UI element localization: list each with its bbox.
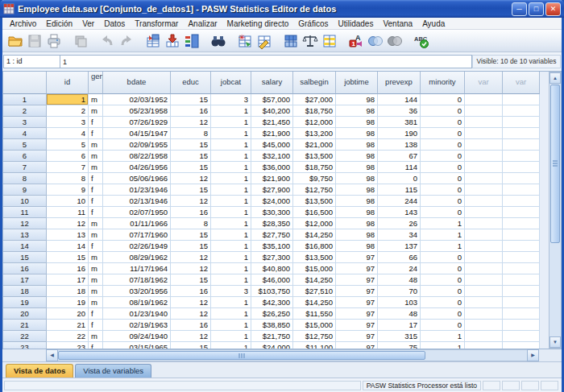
cell-salbegin[interactable]: $18,750 — [293, 105, 336, 117]
cell-salbegin[interactable]: $16,800 — [293, 241, 336, 252]
cell-minority[interactable]: 1 — [421, 342, 465, 349]
cell-salbegin[interactable]: $18,750 — [293, 162, 336, 173]
cell-minority[interactable]: 0 — [421, 196, 465, 207]
cell-minority[interactable]: 0 — [421, 297, 465, 308]
maximize-button[interactable]: □ — [529, 2, 544, 16]
cell-bdate[interactable]: 04/15/1947 — [103, 128, 171, 139]
column-header-prevexp[interactable]: prevexp — [378, 72, 421, 94]
cell-var2[interactable] — [503, 173, 540, 184]
cell-bdate[interactable]: 01/23/1946 — [103, 184, 171, 196]
row-header[interactable]: 8 — [3, 173, 47, 184]
cell-jobtime[interactable]: 97 — [336, 308, 378, 320]
close-button[interactable]: ✕ — [545, 2, 561, 16]
cell-educ[interactable]: 12 — [171, 308, 211, 320]
cell-var1[interactable] — [465, 241, 503, 252]
undo-icon[interactable] — [97, 31, 117, 51]
row-header[interactable]: 6 — [3, 151, 47, 162]
cell-var2[interactable] — [503, 286, 540, 297]
cell-gender[interactable]: m — [89, 274, 103, 286]
cell-prevexp[interactable]: 143 — [378, 207, 421, 218]
cell-educ[interactable]: 12 — [171, 252, 211, 263]
cell-id[interactable]: 6 — [47, 151, 89, 162]
cell-salbegin[interactable]: $11,100 — [293, 342, 336, 349]
cell-gender[interactable]: m — [89, 94, 103, 105]
cell-salary[interactable]: $27,900 — [251, 184, 293, 196]
goto-case-icon[interactable] — [143, 31, 163, 51]
cell-jobcat[interactable]: 1 — [211, 308, 251, 320]
row-header[interactable]: 9 — [3, 184, 47, 196]
cell-salary[interactable]: $57,000 — [251, 94, 293, 105]
column-header-id[interactable]: id — [47, 72, 89, 94]
use-variable-sets-icon[interactable] — [366, 31, 385, 51]
cell-var1[interactable] — [465, 94, 503, 105]
cell-prevexp[interactable]: 190 — [378, 128, 421, 139]
cell-jobcat[interactable]: 1 — [211, 117, 251, 128]
row-header[interactable]: 18 — [3, 286, 47, 297]
cell-minority[interactable]: 1 — [421, 241, 465, 252]
menu-ventana[interactable]: Ventana — [378, 19, 417, 28]
spell-check-icon[interactable]: ABC — [412, 31, 431, 51]
cell-prevexp[interactable]: 315 — [378, 331, 421, 342]
cell-educ[interactable]: 12 — [171, 117, 211, 128]
cell-salary[interactable]: $40,800 — [251, 263, 293, 274]
row-header[interactable]: 21 — [3, 320, 47, 331]
cell-var1[interactable] — [465, 274, 503, 286]
cell-var2[interactable] — [503, 94, 540, 105]
cell-salary[interactable]: $21,900 — [251, 128, 293, 139]
weight-cases-icon[interactable] — [301, 31, 320, 51]
cell-jobtime[interactable]: 98 — [336, 173, 378, 184]
cell-jobtime[interactable]: 98 — [336, 105, 378, 117]
cell-salbegin[interactable]: $11,550 — [293, 308, 336, 320]
cell-var2[interactable] — [503, 207, 540, 218]
cell-jobtime[interactable]: 98 — [336, 207, 378, 218]
cell-gender[interactable]: f — [89, 173, 103, 184]
row-header[interactable]: 13 — [3, 229, 47, 241]
cell-jobtime[interactable]: 98 — [336, 117, 378, 128]
cell-minority[interactable]: 0 — [421, 184, 465, 196]
cell-jobtime[interactable]: 98 — [336, 218, 378, 229]
cell-salbegin[interactable]: $9,750 — [293, 173, 336, 184]
cell-bdate[interactable]: 01/11/1966 — [103, 218, 171, 229]
cell-jobcat[interactable]: 1 — [211, 173, 251, 184]
cell-jobtime[interactable]: 98 — [336, 139, 378, 151]
cell-id[interactable]: 16 — [47, 263, 89, 274]
cell-minority[interactable]: 0 — [421, 94, 465, 105]
cell-salbegin[interactable]: $13,500 — [293, 151, 336, 162]
cell-educ[interactable]: 16 — [171, 286, 211, 297]
cell-prevexp[interactable]: 67 — [378, 151, 421, 162]
cell-educ[interactable]: 12 — [171, 263, 211, 274]
cell-jobtime[interactable]: 97 — [336, 331, 378, 342]
cell-prevexp[interactable]: 24 — [378, 263, 421, 274]
cell-var1[interactable] — [465, 105, 503, 117]
cell-jobcat[interactable]: 1 — [211, 151, 251, 162]
cell-minority[interactable]: 0 — [421, 308, 465, 320]
cell-salary[interactable]: $21,750 — [251, 331, 293, 342]
cell-var2[interactable] — [503, 274, 540, 286]
find-icon[interactable] — [209, 31, 228, 51]
save-icon[interactable] — [25, 31, 44, 51]
cell-jobtime[interactable]: 97 — [336, 286, 378, 297]
cell-salbegin[interactable]: $27,510 — [293, 286, 336, 297]
cell-gender[interactable]: f — [89, 241, 103, 252]
cell-prevexp[interactable]: 66 — [378, 252, 421, 263]
cell-bdate[interactable]: 02/03/1952 — [103, 94, 171, 105]
row-header[interactable]: 7 — [3, 162, 47, 173]
cell-salary[interactable]: $24,000 — [251, 196, 293, 207]
cell-bdate[interactable]: 02/26/1949 — [103, 241, 171, 252]
column-header-var[interactable]: var — [503, 72, 540, 94]
cell-salbegin[interactable]: $13,500 — [293, 196, 336, 207]
cell-salbegin[interactable]: $13,500 — [293, 252, 336, 263]
cell-jobcat[interactable]: 1 — [211, 184, 251, 196]
cell-gender[interactable]: m — [89, 331, 103, 342]
row-header[interactable]: 10 — [3, 196, 47, 207]
cell-salary[interactable]: $32,100 — [251, 151, 293, 162]
cell-salbegin[interactable]: $13,200 — [293, 128, 336, 139]
cell-educ[interactable]: 8 — [171, 218, 211, 229]
cell-bdate[interactable]: 05/23/1958 — [103, 105, 171, 117]
cell-minority[interactable]: 0 — [421, 162, 465, 173]
cell-salary[interactable]: $42,300 — [251, 297, 293, 308]
cell-salbegin[interactable]: $27,000 — [293, 94, 336, 105]
cell-var1[interactable] — [465, 139, 503, 151]
cell-var1[interactable] — [465, 162, 503, 173]
row-header[interactable]: 1 — [3, 94, 47, 105]
